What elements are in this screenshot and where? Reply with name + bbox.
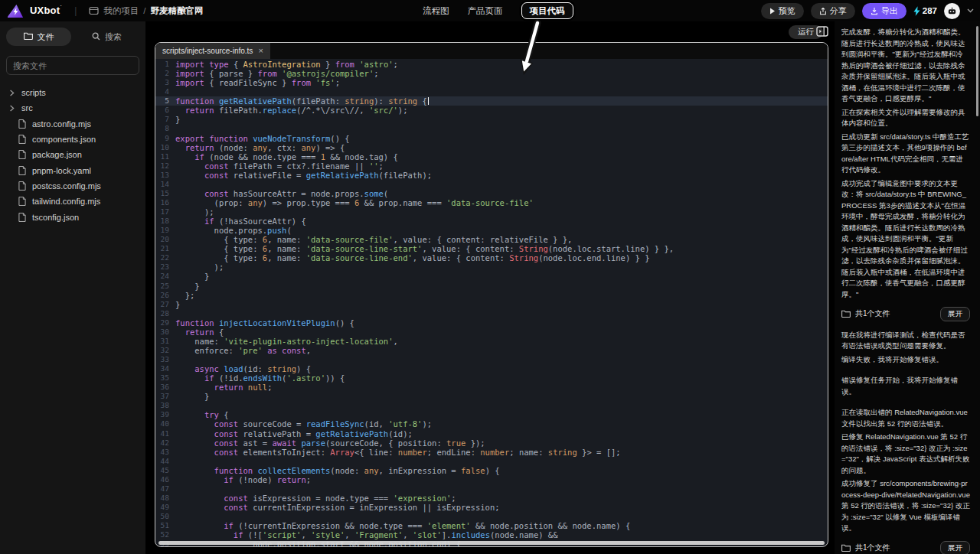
- code-text: function collectElements(node: any, inEx…: [175, 466, 500, 475]
- code-line-32: 32 enforce: 'pre' as const,: [155, 346, 828, 355]
- project-window-icon: [89, 6, 99, 15]
- code-line-18: 18 if (!hasSourceAttr) {: [155, 217, 828, 226]
- tree-item-label: tsconfig.json: [32, 213, 79, 222]
- sidebar-tabs: 文件搜索: [0, 21, 145, 46]
- line-number: 21: [155, 244, 175, 253]
- line-number: 22: [155, 253, 175, 262]
- tree-item-label: components.json: [32, 135, 96, 144]
- tree-file-package.json[interactable]: package.json: [0, 147, 145, 162]
- assistant-panel: 完成发酵，将糖分转化为酒精和酯类。随后进行长达数周的冷熟成，使风味达到圆润和平衡…: [835, 21, 980, 554]
- file-icon: [18, 166, 26, 175]
- code-text: import { readFileSync } from 'fs';: [175, 78, 340, 87]
- code-line-37: 37 }: [155, 392, 828, 401]
- code-line-31: 31 name: 'vite-plugin-astro-inject-locat…: [155, 337, 828, 346]
- assistant-message-0: 完成发酵，将糖分转化为酒精和酯类。随后进行长达数周的冷熟成，使风味达到圆润和平衡…: [841, 27, 970, 105]
- code-line-42: 42 const ast = await parse(sourceCode, {…: [155, 438, 828, 448]
- assistant-message-5: 现在我将进行编译测试，检查代码是否有语法错误或类型问题需要修复。: [841, 330, 970, 352]
- assistant-message-6: 编译失败，我将开始修复错误。: [841, 354, 970, 366]
- line-number: 8: [155, 124, 175, 133]
- code-text: if (node && node.type === 1 && node.tag)…: [175, 152, 398, 161]
- code-area[interactable]: 1import type { AstroIntegration } from '…: [155, 59, 828, 546]
- tree-file-tailwind.config.mjs[interactable]: tailwind.config.mjs: [0, 194, 145, 209]
- changed-files-row: 共1个文件展开: [841, 307, 970, 321]
- code-line-23: 23 );: [155, 262, 828, 272]
- close-tab-icon[interactable]: ×: [258, 47, 263, 55]
- export-button[interactable]: 导出: [862, 3, 906, 19]
- code-line-13: 13 const relativeFile = getRelativePath(…: [155, 171, 828, 180]
- file-icon: [18, 197, 26, 206]
- expand-button[interactable]: 展开: [940, 541, 970, 554]
- line-number: 24: [155, 272, 175, 281]
- code-text: const filePath = ctx?.filename || '';: [175, 161, 384, 171]
- code-text: );: [175, 207, 214, 217]
- credits-counter[interactable]: 287: [913, 6, 937, 16]
- tree-file-tsconfig.json[interactable]: tsconfig.json: [0, 209, 145, 224]
- code-line-6: 6 return filePath.replace(/^.*\/src\//, …: [155, 106, 828, 115]
- file-search-box[interactable]: [6, 56, 139, 75]
- code-text: const relativePath = getRelativePath(id)…: [175, 429, 413, 438]
- file-icon: [18, 119, 26, 129]
- line-number: 1: [155, 60, 175, 69]
- code-text: (prop: any) => prop.type === 6 && prop.n…: [175, 198, 534, 207]
- top-nav-item-0[interactable]: 流程图: [423, 5, 449, 17]
- file-tree: scriptssrcastro.config.mjscomponents.jso…: [0, 85, 145, 225]
- code-text: return {: [175, 328, 224, 337]
- chevron-right-icon: [8, 105, 15, 112]
- breadcrumb-root[interactable]: 我的项目: [103, 5, 139, 17]
- sidebar-tab-1[interactable]: 搜索: [74, 28, 139, 46]
- toggle-panel-icon[interactable]: [816, 26, 828, 37]
- line-number: 15: [155, 189, 175, 198]
- line-number: 30: [155, 328, 175, 337]
- code-line-48: 48 const isExpression = node.type === 'e…: [155, 494, 828, 503]
- preview-button[interactable]: 预览: [761, 3, 804, 19]
- assistant-scrollbar[interactable]: [976, 26, 978, 116]
- code-text: const ast = await parse(sourceCode, { po…: [175, 438, 485, 448]
- editor-tab[interactable]: scripts/inject-source-info.ts ×: [155, 43, 270, 59]
- tree-item-label: src: [21, 103, 33, 112]
- editor-tab-title: scripts/inject-source-info.ts: [162, 47, 253, 55]
- share-button[interactable]: 分享: [811, 3, 855, 19]
- folder-icon: [24, 32, 33, 41]
- code-text: { type: 6, name: 'data-source-file', val…: [175, 235, 572, 244]
- file-sidebar: 文件搜索 scriptssrcastro.config.mjscomponent…: [0, 21, 145, 554]
- sidebar-tab-0[interactable]: 文件: [6, 28, 71, 46]
- line-number: 11: [155, 152, 175, 161]
- code-line-8: 8: [155, 124, 828, 133]
- code-text: }: [175, 300, 180, 309]
- top-nav-item-2[interactable]: 项目代码: [521, 2, 573, 19]
- code-text: try {: [175, 410, 229, 419]
- line-number: 14: [155, 180, 175, 189]
- code-line-44: 44: [155, 457, 828, 466]
- code-text: }: [175, 392, 209, 401]
- code-text: { type: 6, name: 'data-source-line-start…: [175, 244, 674, 253]
- code-text: if (!id.endsWith('.astro')) {: [175, 373, 345, 383]
- tree-item-label: scripts: [21, 88, 46, 97]
- top-nav-item-1[interactable]: 产品页面: [468, 5, 503, 17]
- code-line-9: 9export function vueNodeTransform() {: [155, 134, 828, 143]
- tree-folder-src[interactable]: src: [0, 100, 145, 116]
- user-avatar[interactable]: [944, 3, 960, 19]
- line-number: 17: [155, 207, 175, 217]
- line-number: 6: [155, 106, 175, 115]
- line-number: 41: [155, 429, 175, 438]
- code-line-24: 24 }: [155, 272, 828, 281]
- code-text: return null;: [175, 383, 272, 392]
- tree-file-postcss.config.mjs[interactable]: postcss.config.mjs: [0, 178, 145, 194]
- code-text: };: [175, 291, 194, 300]
- tree-folder-scripts[interactable]: scripts: [0, 85, 145, 100]
- line-number: 19: [155, 226, 175, 235]
- tree-file-pnpm-lock.yaml[interactable]: pnpm-lock.yaml: [0, 162, 145, 178]
- code-line-3: 3import { readFileSync } from 'fs';: [155, 78, 828, 87]
- expand-button[interactable]: 展开: [940, 307, 970, 321]
- line-number: 4: [155, 87, 175, 96]
- line-number: 47: [155, 484, 175, 494]
- file-icon: [18, 150, 26, 159]
- tree-file-components.json[interactable]: components.json: [0, 132, 145, 147]
- line-number: 50: [155, 512, 175, 521]
- file-search-input[interactable]: [13, 61, 132, 70]
- line-number: 12: [155, 161, 175, 171]
- horizontal-scrollbar[interactable]: [158, 541, 825, 545]
- tree-file-astro.config.mjs[interactable]: astro.config.mjs: [0, 116, 145, 132]
- code-text: enforce: 'pre' as const,: [175, 346, 311, 355]
- chevron-down-icon[interactable]: [967, 8, 974, 13]
